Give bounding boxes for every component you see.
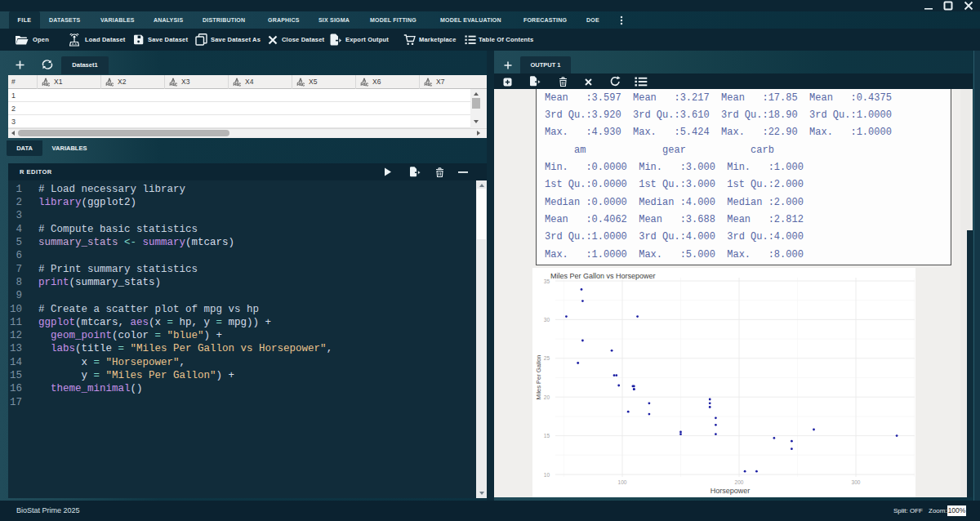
svg-text:Horsepower: Horsepower (710, 487, 751, 495)
svg-text:200: 200 (735, 479, 744, 485)
svg-text:20: 20 (544, 394, 550, 400)
svg-text:300: 300 (852, 479, 861, 485)
svg-text:25: 25 (544, 355, 550, 361)
svg-text:100: 100 (618, 479, 627, 485)
svg-text:15: 15 (544, 433, 550, 439)
svg-text:35: 35 (544, 278, 550, 284)
svg-text:Miles Per Gallon: Miles Per Gallon (535, 354, 542, 399)
svg-text:Miles Per Gallon vs Horsepower: Miles Per Gallon vs Horsepower (550, 272, 656, 280)
svg-text:30: 30 (544, 317, 550, 323)
svg-text:10: 10 (544, 472, 550, 478)
